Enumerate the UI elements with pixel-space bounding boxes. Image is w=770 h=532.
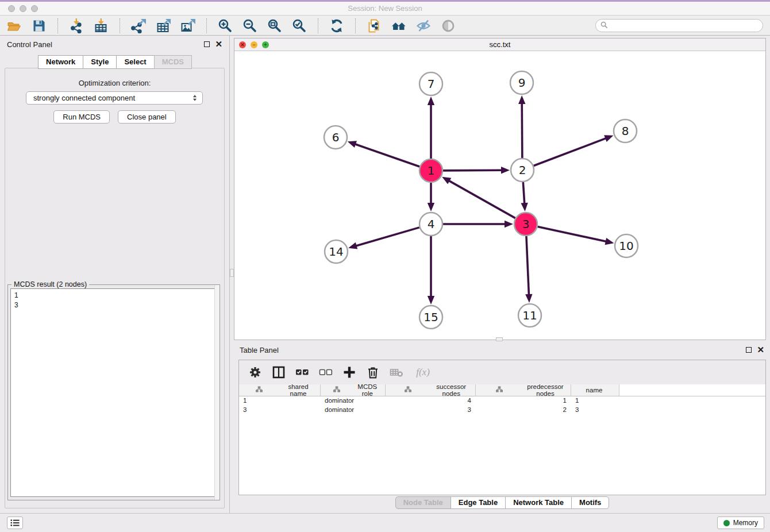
hide-panel-icon[interactable] [416,18,431,33]
criterion-select[interactable]: strongly connected component [26,91,203,105]
table-cell[interactable]: 1 [239,396,321,406]
table-cell[interactable]: 1 [476,396,571,406]
mcds-result-title: MCDS result (2 nodes) [11,280,89,288]
network-window-title: scc.txt [234,40,765,49]
network-window-titlebar[interactable]: ✕ − + scc.txt [234,38,765,51]
edge-1-6[interactable] [355,144,419,167]
network-canvas[interactable]: 7968124314101511 [234,51,765,340]
import-network-icon[interactable] [69,18,84,33]
network-graph[interactable]: 7968124314101511 [234,51,765,340]
window-title: Session: New Session [0,4,770,13]
arrowhead-2-3 [521,203,528,211]
zoom-selected-icon[interactable] [292,18,307,33]
import-table-icon[interactable] [94,18,109,33]
arrowhead-3-11 [525,294,532,303]
memory-label: Memory [733,519,758,527]
zoom-fit-icon[interactable] [267,18,282,33]
float-table-panel-icon[interactable] [746,347,752,353]
edge-1-2[interactable] [443,170,502,171]
node-label-11: 11 [522,309,537,322]
zoom-in-icon[interactable] [218,18,233,33]
export-image-icon[interactable] [180,18,195,33]
table-cell[interactable]: 2 [476,406,571,415]
toolbar-separator [355,18,356,33]
close-panel-button[interactable]: Close panel [118,110,176,124]
edge-3-11[interactable] [526,236,529,295]
column-type-icon [324,386,355,394]
memory-status-icon [723,520,730,526]
column-header-predecessor-nodes[interactable]: predecessor nodes [476,384,571,396]
task-history-button[interactable] [7,516,23,529]
home-icon[interactable] [391,18,406,33]
toolbar-separator [57,18,58,33]
delete-table-icon[interactable] [390,365,403,379]
table-cell[interactable]: dominator [321,396,386,406]
tab-network[interactable]: Network [38,55,83,69]
search-icon [600,21,608,31]
column-label: name [574,387,619,394]
open-file-icon[interactable] [7,18,22,33]
refresh-layout-icon[interactable] [329,18,344,33]
splitter-handle-horizontal[interactable] [496,337,503,341]
toolbar-separator [206,18,207,33]
table-row[interactable]: 1dominator411 [239,396,765,406]
column-label: MCDS role [355,383,386,397]
column-header-MCDS-role[interactable]: MCDS role [321,384,386,396]
arrowhead-2-8 [604,135,613,142]
edge-2-8[interactable] [534,138,607,165]
control-panel: Control Panel ✕ NetworkStyleSelectMCDS O… [0,36,230,513]
save-session-icon[interactable] [32,18,47,33]
add-column-icon[interactable] [342,365,356,379]
splitter-handle-vertical[interactable] [230,269,234,277]
run-mcds-button[interactable]: Run MCDS [53,110,110,124]
edge-3-1[interactable] [448,180,515,218]
result-scrollbar[interactable] [214,285,220,500]
toolbar-separator [120,18,120,33]
close-table-panel-icon[interactable]: ✕ [757,347,764,353]
search-box[interactable] [595,19,763,32]
export-network-icon[interactable] [131,18,146,33]
column-header-shared-name[interactable]: shared name [239,384,321,396]
criterion-value: strongly connected component [33,94,135,102]
deselect-all-icon[interactable] [319,365,333,379]
clone-network-icon[interactable] [367,18,382,33]
node-label-1: 1 [428,164,435,178]
table-cell[interactable]: 4 [386,396,476,406]
table-row[interactable]: 3dominator323 [239,406,765,415]
tab-edge-table[interactable]: Edge Table [451,496,506,509]
table-cell[interactable]: 3 [239,406,321,415]
delete-column-icon[interactable] [366,365,380,379]
edge-4-14[interactable] [356,228,419,246]
toolbar-separator [318,18,318,33]
zoom-out-icon[interactable] [242,18,257,33]
arrowhead-1-2 [501,167,510,174]
table-cell[interactable]: 1 [571,396,619,406]
edge-2-3[interactable] [523,182,524,204]
tab-select[interactable]: Select [116,55,154,69]
tab-motifs[interactable]: Motifs [571,496,609,509]
fx-label: f(x) [416,367,430,378]
select-all-icon[interactable] [295,365,309,379]
edge-3-10[interactable] [538,226,607,241]
column-header-successor-nodes[interactable]: successor nodes [386,384,476,396]
memory-button[interactable]: Memory [717,516,764,529]
gear-icon[interactable] [248,365,262,379]
edge-2-9[interactable] [522,103,522,158]
tab-network-table[interactable]: Network Table [505,496,572,509]
close-panel-icon[interactable]: ✕ [215,41,222,47]
columns-icon[interactable] [272,365,286,379]
table-cell[interactable]: 3 [386,406,476,415]
arrowhead-4-14 [348,242,357,249]
table-cell[interactable]: dominator [321,406,386,415]
function-builder-icon[interactable]: f(x) [413,365,433,379]
export-table-icon[interactable] [156,18,171,33]
show-panel-icon[interactable] [441,18,456,33]
tab-mcds[interactable]: MCDS [154,55,192,69]
tab-node-table[interactable]: Node Table [395,496,451,509]
column-type-icon [479,386,525,394]
column-header-name[interactable]: name [571,384,619,396]
tab-style[interactable]: Style [83,55,117,69]
float-panel-icon[interactable] [204,41,210,47]
table-cell[interactable]: 3 [571,406,619,415]
search-input[interactable] [611,21,763,31]
